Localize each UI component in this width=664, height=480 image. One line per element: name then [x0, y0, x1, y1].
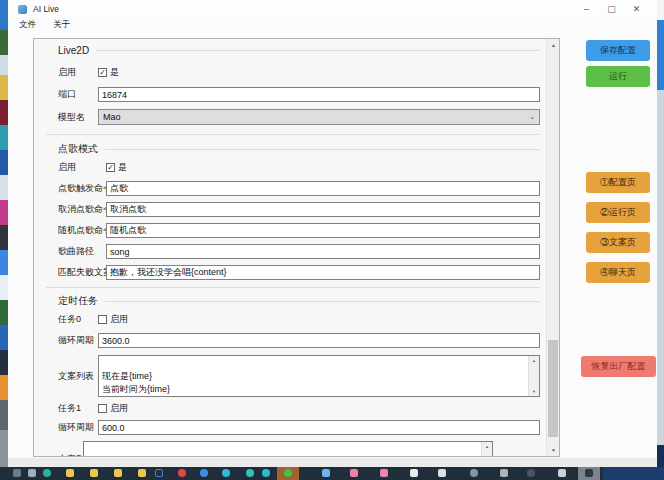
taskbar-app-icon[interactable]	[222, 469, 230, 477]
section-song-mode: 点歌模式	[58, 142, 540, 156]
taskbar-folder-icon[interactable]	[114, 469, 122, 477]
taskbar-app-icon[interactable]	[155, 469, 163, 477]
taskbar-app-icon[interactable]	[246, 469, 254, 477]
taskbar-app-icon[interactable]	[470, 469, 478, 477]
config-form: Live2D 启用 ✓ 是 端口 模型名 Mao	[34, 39, 546, 456]
taskbar-app-icon[interactable]	[284, 469, 292, 477]
taskbar-app-icon[interactable]	[585, 469, 593, 477]
song-trigger-input[interactable]	[106, 181, 540, 196]
song-fail-label: 匹配失败文案	[58, 266, 106, 279]
song-enable-checkbox[interactable]: ✓	[106, 163, 115, 172]
song-random-label: 随机点歌命令	[58, 224, 106, 237]
taskbar-folder-icon[interactable]	[90, 469, 98, 477]
task0-textarea-scrollbar[interactable]: ▲ ▼	[528, 356, 539, 396]
task1-row: 任务1 启用	[58, 402, 540, 415]
chevron-down-icon: ⌄	[529, 113, 535, 121]
task0-cycle-label: 循环周期	[58, 334, 98, 347]
model-row: 模型名 Mao ⌄	[58, 109, 540, 125]
scroll-up-icon[interactable]: ▲	[482, 442, 492, 451]
config-panel: Live2D 启用 ✓ 是 端口 模型名 Mao	[33, 38, 560, 457]
task1-cycle-input[interactable]	[98, 420, 540, 435]
task0-list-value: 现在是{time} 当前时间为{time}	[102, 371, 170, 394]
task0-list-textarea[interactable]: 现在是{time} 当前时间为{time} ▲ ▼	[98, 355, 540, 397]
taskbar-app-icon[interactable]	[28, 469, 36, 477]
run-page-button[interactable]: ②运行页	[586, 202, 650, 223]
port-label: 端口	[58, 88, 98, 101]
taskbar-app-icon[interactable]	[527, 469, 535, 477]
menu-file[interactable]: 文件	[19, 19, 36, 31]
song-cancel-input[interactable]	[106, 202, 540, 217]
taskbar-app-icon[interactable]	[500, 469, 508, 477]
section-live2d-title: Live2D	[58, 45, 89, 56]
scrollbar-thumb[interactable]	[548, 340, 558, 437]
section-timed-tasks-title: 定时任务	[58, 294, 98, 308]
background-window-sliver	[657, 0, 664, 467]
task0-cycle-row: 循环周期	[58, 333, 540, 348]
song-enable-text: 是	[118, 161, 127, 174]
task1-textarea-scrollbar[interactable]: ▲	[481, 442, 492, 456]
taskbar-app-icon[interactable]	[438, 469, 446, 477]
factory-reset-button[interactable]: 恢复出厂配置	[581, 356, 656, 377]
scroll-down-icon[interactable]: ▼	[529, 387, 539, 396]
song-random-input[interactable]	[106, 223, 540, 238]
taskbar[interactable]	[0, 467, 664, 480]
section-live2d: Live2D	[58, 45, 540, 56]
taskbar-app-icon[interactable]	[178, 469, 186, 477]
song-trigger-row: 点歌触发命令	[58, 181, 540, 196]
taskbar-app-icon[interactable]	[558, 469, 566, 477]
port-row: 端口	[58, 87, 540, 102]
copy-page-button[interactable]: ③文案页	[586, 232, 650, 253]
scroll-down-icon[interactable]: ▼	[547, 444, 560, 456]
task1-list-label: 文案列表	[58, 453, 83, 456]
task0-cycle-input[interactable]	[98, 333, 540, 348]
song-cancel-row: 取消点歌命令	[58, 202, 540, 217]
task1-cycle-row: 循环周期	[58, 420, 540, 435]
task1-list-textarea[interactable]: 感谢还在观看直播的{user_num}位兄弟姐妹们 ▲	[83, 441, 493, 456]
taskbar-app-icon[interactable]	[200, 469, 208, 477]
window-bottom-edge	[8, 458, 657, 467]
scroll-up-icon[interactable]: ▲	[547, 39, 560, 51]
model-selected-value: Mao	[103, 112, 121, 122]
live2d-enable-text: 是	[110, 66, 119, 79]
task0-list-label: 文案列表	[58, 370, 98, 383]
live2d-enable-row: 启用 ✓ 是	[58, 66, 540, 79]
song-fail-input[interactable]	[106, 265, 540, 280]
song-path-row: 歌曲路径	[58, 244, 540, 259]
menu-about[interactable]: 关于	[53, 19, 70, 31]
song-random-row: 随机点歌命令	[58, 223, 540, 238]
model-select[interactable]: Mao ⌄	[98, 109, 540, 125]
taskbar-app-icon[interactable]	[350, 469, 358, 477]
song-fail-row: 匹配失败文案	[58, 265, 540, 280]
taskbar-app-icon[interactable]	[380, 469, 388, 477]
taskbar-app-icon[interactable]	[13, 469, 21, 477]
taskbar-folder-icon[interactable]	[138, 469, 146, 477]
live2d-enable-checkbox[interactable]: ✓	[98, 68, 107, 77]
save-config-button[interactable]: 保存配置	[586, 40, 650, 61]
run-button[interactable]: 运行	[586, 66, 650, 87]
song-enable-label: 启用	[58, 161, 106, 174]
titlebar: AI Live – ▢ ✕	[8, 0, 657, 18]
maximize-icon[interactable]: ▢	[599, 0, 624, 18]
taskbar-app-icon[interactable]	[262, 469, 270, 477]
close-icon[interactable]: ✕	[624, 0, 649, 18]
panel-scrollbar[interactable]: ▲ ▼	[546, 39, 559, 456]
taskbar-tray-area[interactable]	[603, 467, 664, 480]
taskbar-app-icon[interactable]	[410, 469, 418, 477]
live2d-enable-label: 启用	[58, 66, 98, 79]
taskbar-folder-icon[interactable]	[66, 469, 74, 477]
chat-page-button[interactable]: ④聊天页	[586, 262, 650, 283]
task0-enable-checkbox[interactable]	[98, 315, 107, 324]
port-input[interactable]	[98, 87, 540, 102]
task0-row: 任务0 启用	[58, 313, 540, 326]
taskbar-app-icon[interactable]	[322, 469, 330, 477]
scroll-up-icon[interactable]: ▲	[529, 356, 539, 365]
minimize-icon[interactable]: –	[574, 0, 599, 18]
song-path-input[interactable]	[106, 244, 540, 259]
taskbar-app-icon[interactable]	[43, 469, 51, 477]
task1-enable-checkbox[interactable]	[98, 404, 107, 413]
desktop-icons-strip	[0, 0, 8, 467]
screen: AI Live – ▢ ✕ 文件 关于 Live2D 启用 ✓	[0, 0, 664, 480]
song-path-label: 歌曲路径	[58, 245, 106, 258]
config-page-button[interactable]: ①配置页	[586, 172, 650, 193]
song-trigger-label: 点歌触发命令	[58, 182, 106, 195]
